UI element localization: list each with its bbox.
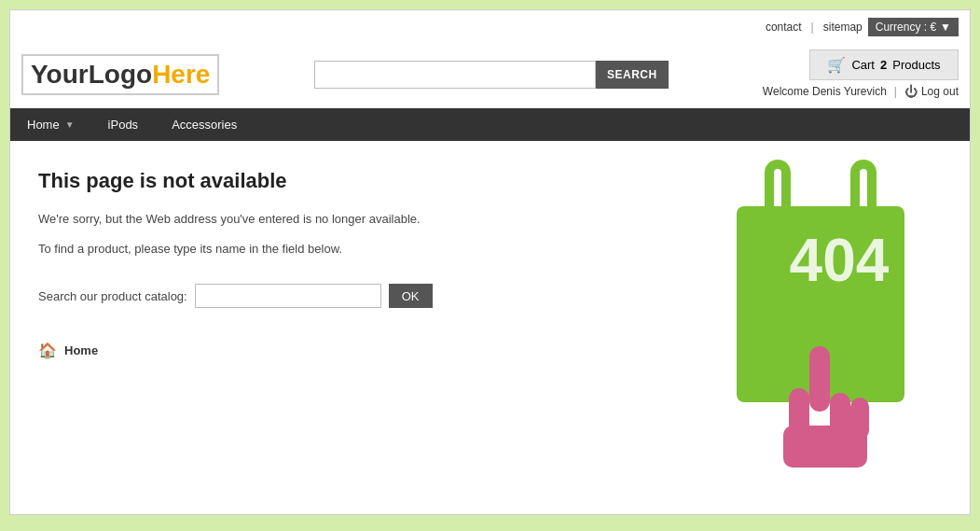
logout-label: Log out [921, 85, 959, 98]
search-area: SEARCH [314, 61, 669, 89]
cart-label: Cart [851, 58, 875, 72]
illustration-404: 404 [699, 160, 942, 477]
find-text: To find a product, please type its name … [38, 240, 560, 259]
bag-handle-right [850, 160, 876, 211]
logo-logo: Logo [89, 60, 152, 89]
welcome-divider: | [894, 85, 897, 98]
cart-button[interactable]: 🛒 Cart 2 Products [809, 49, 959, 80]
header: YourLogoHere SEARCH 🛒 Cart 2 Products We… [10, 40, 970, 108]
home-link[interactable]: Home [64, 343, 98, 357]
currency-button[interactable]: Currency : € ▼ [868, 18, 959, 36]
currency-label: Currency : € [876, 21, 936, 34]
svg-rect-4 [783, 426, 867, 468]
svg-rect-0 [809, 346, 830, 412]
cart-icon: 🛒 [827, 56, 846, 74]
logo[interactable]: YourLogoHere [21, 54, 219, 95]
bag-404-text: 404 [755, 231, 923, 290]
ok-button[interactable]: OK [389, 284, 433, 308]
home-link-row: 🏠 Home [38, 342, 560, 359]
power-icon: ⏻ [904, 84, 918, 99]
currency-dropdown-icon: ▼ [940, 21, 951, 34]
sorry-text: We're sorry, but the Web address you've … [38, 210, 560, 229]
topbar-divider: | [811, 21, 814, 34]
cart-area: 🛒 Cart 2 Products Welcome Denis Yurevich… [763, 49, 959, 99]
cart-count: 2 [880, 58, 887, 72]
logout-button[interactable]: ⏻ Log out [904, 84, 959, 99]
nav-ipods-label: iPods [108, 118, 139, 132]
contact-link[interactable]: contact [766, 21, 802, 34]
search-input[interactable] [314, 61, 596, 89]
left-content: This page is not available We're sorry, … [38, 169, 560, 359]
nav-accessories-label: Accessories [172, 118, 237, 132]
product-search-row: Search our product catalog: OK [38, 284, 560, 308]
cart-products-label: Products [892, 58, 940, 72]
nav-home-label: Home [27, 118, 60, 132]
search-button[interactable]: SEARCH [596, 61, 669, 89]
nav-bar: Home ▼ iPods Accessories [10, 108, 970, 141]
nav-item-home[interactable]: Home ▼ [10, 108, 91, 141]
home-icon: 🏠 [38, 342, 57, 359]
top-bar: contact | sitemap Currency : € ▼ [10, 10, 970, 40]
nav-home-arrow: ▼ [65, 119, 75, 130]
nav-item-accessories[interactable]: Accessories [155, 108, 254, 141]
welcome-text: Welcome Denis Yurevich [763, 85, 887, 98]
welcome-bar: Welcome Denis Yurevich | ⏻ Log out [763, 84, 959, 99]
product-search-input[interactable] [195, 284, 381, 308]
content-area: This page is not available We're sorry, … [10, 141, 970, 514]
nav-item-ipods[interactable]: iPods [91, 108, 156, 141]
page-title: This page is not available [38, 169, 560, 193]
sitemap-link[interactable]: sitemap [823, 21, 863, 34]
product-search-label: Search our product catalog: [38, 289, 187, 303]
bag-container: 404 [718, 160, 923, 477]
bag-handle-left [765, 160, 791, 211]
hand-cursor-icon [774, 346, 876, 477]
logo-here: Here [152, 60, 210, 89]
logo-your: Your [31, 60, 89, 89]
